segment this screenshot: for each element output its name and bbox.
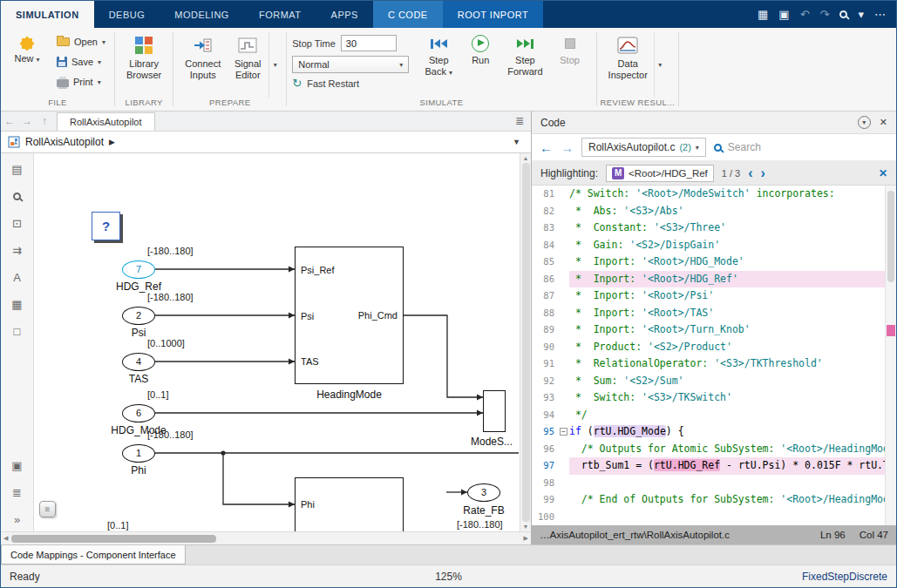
tab-root-inport[interactable]: ROOT INPORT xyxy=(443,1,544,28)
window-layout-icon[interactable]: ▦ xyxy=(758,9,768,20)
inport-hdg_ref[interactable]: 7 xyxy=(122,260,155,279)
scrollbar-thumb[interactable] xyxy=(887,191,894,282)
open-button[interactable]: Open ▾ xyxy=(53,33,109,51)
code-scrollbar[interactable] xyxy=(885,186,896,525)
code-line-94[interactable]: 94 */ xyxy=(532,407,885,424)
layers-icon[interactable]: ≣ xyxy=(9,485,26,499)
screenshot-icon[interactable]: ▣ xyxy=(9,458,26,472)
code-line-86[interactable]: 86 * Inport: '<Root>/HDG_Ref' xyxy=(532,271,885,288)
code-line-87[interactable]: 87 * Inport: '<Root>/Psi' xyxy=(532,287,885,305)
scrollbar-thumb[interactable] xyxy=(522,163,530,522)
up-to-parent-icon[interactable]: ↑ xyxy=(36,112,53,131)
tab-apps[interactable]: APPS xyxy=(316,1,373,28)
fold-toggle-icon[interactable]: − xyxy=(560,428,567,436)
fit-view-icon[interactable]: ⊡ xyxy=(9,216,26,230)
code-line-100[interactable]: 100 xyxy=(532,509,885,526)
step-forward-button[interactable]: StepForward xyxy=(501,32,548,77)
code-line-84[interactable]: 84 * Gain: '<S2>/DispGain' xyxy=(532,237,885,254)
more-options-icon[interactable]: ⋯ xyxy=(874,9,886,20)
code-line-88[interactable]: 88 * Inport: '<Root>/TAS' xyxy=(532,305,885,322)
zoom-icon[interactable] xyxy=(9,189,26,203)
next-match-icon[interactable]: › xyxy=(761,166,765,180)
back-icon[interactable]: ← xyxy=(1,112,18,131)
panel-close-icon[interactable]: ✕ xyxy=(880,117,887,128)
stop-time-input[interactable]: 30 xyxy=(341,35,397,51)
solver-indicator[interactable]: FixedStepDiscrete xyxy=(595,571,887,583)
canvas-horizontal-scrollbar[interactable]: ◀ ▶ xyxy=(1,531,531,544)
tab-debug[interactable]: DEBUG xyxy=(94,1,160,28)
code-line-97[interactable]: 97 rtb_Sum1 = (rtU.HDG_Ref - rtU.Psi) * … xyxy=(532,457,885,475)
prev-match-icon[interactable]: ‹ xyxy=(748,166,752,180)
prepare-gallery-expand[interactable]: ▾ xyxy=(268,32,281,98)
code-line-91[interactable]: 91 * RelationalOperator: '<S3>/TKThresho… xyxy=(532,355,885,373)
outport-rate_fb[interactable]: 3 xyxy=(467,483,500,502)
annotation-icon[interactable]: A xyxy=(9,270,26,284)
redo-icon[interactable]: ↷ xyxy=(820,9,830,20)
tab-list-icon[interactable]: ≣ xyxy=(508,112,531,131)
save-icon[interactable]: ▣ xyxy=(778,9,789,20)
print-button[interactable]: Print ▾ xyxy=(53,73,109,91)
data-inspector-button[interactable]: DataInspector xyxy=(602,32,654,80)
step-back-button[interactable]: StepBack ▾ xyxy=(418,32,459,78)
tab-c-code[interactable]: C CODE xyxy=(373,1,443,28)
run-button[interactable]: Run xyxy=(459,32,501,66)
code-line-93[interactable]: 93 * Switch: '<S3>/TKSwitch' xyxy=(532,389,885,407)
subsystem-headingmode[interactable]: Psi_RefPsiTASPhi_Cmd xyxy=(295,247,404,384)
undo-icon[interactable]: ↶ xyxy=(800,9,810,20)
code-line-99[interactable]: 99 /* End of Outputs for SubSystem: '<Ro… xyxy=(532,491,885,509)
code-forward-icon[interactable]: → xyxy=(561,140,574,155)
code-line-98[interactable]: 98 xyxy=(532,475,885,492)
sim-mode-select[interactable]: Normal ▾ xyxy=(292,56,409,73)
data-inspector-dropdown[interactable]: ▾ xyxy=(654,32,666,98)
signal-editor-button[interactable]: SignalEditor xyxy=(227,32,268,80)
inport-hdg_mode[interactable]: 6 xyxy=(122,404,155,422)
image-icon[interactable]: ▦ xyxy=(9,297,26,311)
stop-button[interactable]: Stop xyxy=(549,32,591,66)
forward-icon[interactable]: → xyxy=(18,112,36,131)
route-icon[interactable]: ⇉ xyxy=(9,243,26,257)
code-line-89[interactable]: 89 * Inport: '<Root>/Turn_Knob' xyxy=(532,321,885,339)
new-button[interactable]: New ▾ xyxy=(6,32,48,66)
highlight-chip[interactable]: M <Root>/HDG_Ref xyxy=(606,165,714,182)
code-back-icon[interactable]: ← xyxy=(540,140,553,155)
save-button[interactable]: Save ▾ xyxy=(53,53,109,71)
file-selector[interactable]: RollAxisAutopilot.c (2) ▾ xyxy=(581,138,706,157)
sample-time-badge[interactable]: ≡ xyxy=(39,501,56,517)
dock-icon[interactable]: ▤ xyxy=(9,162,26,176)
search-icon[interactable] xyxy=(839,10,847,18)
code-line-81[interactable]: 81/* Switch: '<Root>/ModeSwitch' incorpo… xyxy=(532,186,885,203)
code-line-83[interactable]: 83 * Constant: '<S3>/Three' xyxy=(532,220,885,237)
document-tab[interactable]: RollAxisAutopilot xyxy=(57,112,155,131)
code-mappings-tab[interactable]: Code Mappings - Component Interface xyxy=(1,545,186,564)
scroll-right-icon[interactable]: ▶ xyxy=(524,535,528,542)
more-icon[interactable]: » xyxy=(9,512,26,526)
panel-minimize-icon[interactable]: ▾ xyxy=(858,116,871,129)
inport-phi[interactable]: 1 xyxy=(122,444,155,463)
publish-icon[interactable]: ▾ xyxy=(858,9,864,20)
library-browser-button[interactable]: LibraryBrowser xyxy=(120,32,167,80)
fast-restart-toggle[interactable]: ↻ Fast Restart xyxy=(292,78,409,89)
code-line-92[interactable]: 92 * Sum: '<S2>/Sum' xyxy=(532,373,885,390)
tab-simulation[interactable]: SIMULATION xyxy=(1,1,94,28)
phi-block[interactable]: Phi xyxy=(295,477,404,531)
inport-tas[interactable]: 4 xyxy=(122,353,155,371)
code-line-90[interactable]: 90 * Product: '<S2>/Product' xyxy=(532,339,885,356)
area-icon[interactable]: □ xyxy=(9,324,26,338)
code-line-95[interactable]: 95−if (rtU.HDG_Mode) { xyxy=(532,423,885,441)
unknown-block[interactable]: ? xyxy=(92,212,120,240)
tab-modeling[interactable]: MODELING xyxy=(160,1,244,28)
clear-highlight-icon[interactable]: ✕ xyxy=(879,167,887,179)
connect-inputs-button[interactable]: ConnectInputs xyxy=(179,32,227,80)
scroll-down-icon[interactable]: ▼ xyxy=(523,524,529,530)
tab-format[interactable]: FORMAT xyxy=(244,1,316,28)
breadcrumb-item[interactable]: RollAxisAutopilot xyxy=(25,136,104,148)
scroll-left-icon[interactable]: ◀ xyxy=(3,535,8,542)
breadcrumb-dropdown-icon[interactable]: ▼ xyxy=(513,138,524,146)
scroll-up-icon[interactable]: ▲ xyxy=(523,155,529,161)
code-line-85[interactable]: 85 * Inport: '<Root>/HDG_Mode' xyxy=(532,253,885,271)
code-search-input[interactable]: Search xyxy=(714,141,888,153)
canvas-vertical-scrollbar[interactable]: ▲ ▼ xyxy=(520,153,531,531)
code-line-82[interactable]: 82 * Abs: '<S3>/Abs' xyxy=(532,203,885,220)
code-line-96[interactable]: 96 /* Outputs for Atomic SubSystem: '<Ro… xyxy=(532,441,885,458)
scrollbar-thumb[interactable] xyxy=(11,535,216,543)
